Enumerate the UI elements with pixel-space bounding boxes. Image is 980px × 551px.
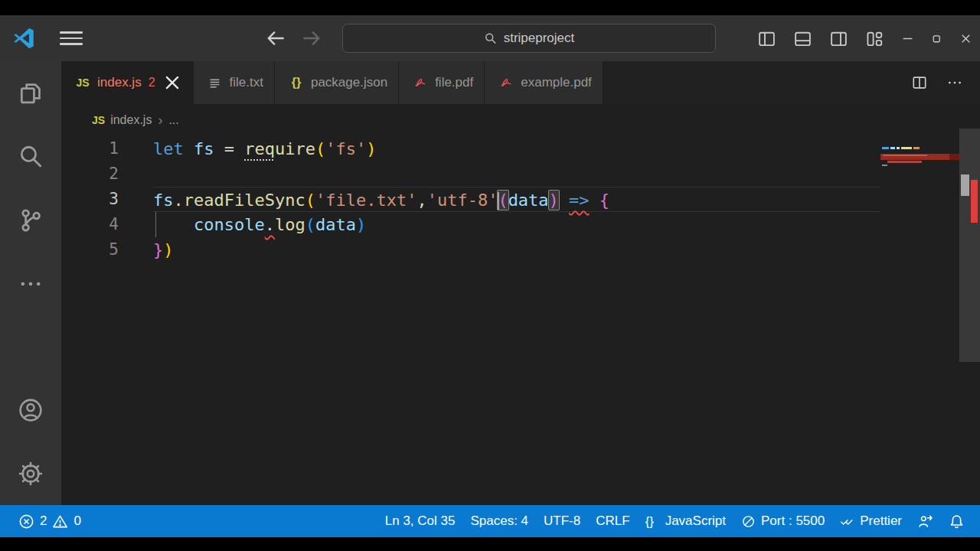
more-icon: [18, 271, 44, 297]
breadcrumb: JS index.js › ...: [61, 104, 980, 136]
code-token: .: [174, 191, 184, 210]
code-token: let: [153, 139, 194, 158]
code-token: console: [194, 215, 265, 234]
error-icon: [18, 514, 34, 530]
layout-controls: [757, 15, 884, 61]
code-content[interactable]: let fs = require('fs')fs.readFileSync('f…: [153, 136, 880, 262]
toggle-secondary-sidebar-icon[interactable]: [829, 29, 848, 48]
more-actions-icon[interactable]: [946, 74, 963, 91]
scrollbar-slider[interactable]: [959, 129, 980, 362]
status-item-notifications[interactable]: [941, 505, 972, 537]
problems-status[interactable]: 2 0: [11, 505, 89, 537]
code-token: [590, 191, 599, 210]
status-item-formatter[interactable]: Prettier: [832, 505, 910, 537]
breadcrumb-tail[interactable]: ...: [168, 113, 178, 127]
line-number: 3: [61, 187, 153, 212]
tab-example.pdf[interactable]: example.pdf: [485, 61, 603, 104]
menu-icon[interactable]: [60, 28, 83, 49]
code-token: log: [275, 215, 305, 234]
overview-ruler[interactable]: [959, 136, 980, 505]
code-token: data: [508, 191, 549, 210]
close-tab-icon[interactable]: [162, 73, 182, 93]
status-item-eol[interactable]: CRLF: [588, 505, 637, 537]
customize-layout-icon[interactable]: [865, 29, 884, 48]
toggle-panel-icon[interactable]: [793, 29, 812, 48]
warning-count: 0: [74, 514, 80, 529]
breadcrumb-separator: ›: [158, 112, 162, 129]
restore-button[interactable]: [922, 15, 951, 61]
code-token: 'utf-8': [427, 191, 498, 210]
source-control-icon: [18, 207, 44, 233]
status-item-language-mode[interactable]: {}JavaScript: [638, 505, 733, 537]
js-file-icon: JS: [75, 75, 90, 90]
editor[interactable]: 12345 let fs = require('fs')fs.readFileS…: [61, 136, 980, 505]
account-icon: [18, 397, 44, 423]
error-count: 2: [40, 514, 47, 529]
error-overview-mark: [971, 180, 978, 223]
code-line-4[interactable]: console.log(data): [153, 212, 880, 237]
line-number: 5: [61, 237, 153, 262]
activity-item-gear[interactable]: [0, 442, 61, 505]
breadcrumb-file[interactable]: JS index.js: [92, 113, 152, 127]
status-item-cursor-position[interactable]: Ln 3, Col 35: [377, 505, 463, 537]
minimize-button[interactable]: [893, 15, 922, 61]
split-editor-icon[interactable]: [911, 74, 928, 91]
pdf-file-icon: [413, 75, 428, 90]
braces-icon: {}: [645, 514, 660, 529]
status-bar: 2 0 Ln 3, Col 35Spaces: 4UTF-8CRLF{}Java…: [0, 505, 980, 537]
line-number: 1: [61, 136, 153, 161]
feedback-icon: [917, 514, 933, 530]
close-window-button[interactable]: [951, 15, 980, 61]
activity-item-files[interactable]: [0, 61, 61, 125]
activity-item-account[interactable]: [0, 378, 61, 442]
code-line-3[interactable]: fs.readFileSync('file.txt','utf-8'(data)…: [153, 187, 880, 212]
breadcrumb-file-label: index.js: [110, 113, 152, 127]
vscode-logo-icon: [12, 27, 35, 50]
bell-icon: [949, 514, 965, 530]
code-token: .: [265, 215, 275, 234]
code-token: [559, 191, 569, 210]
activity-bar: [0, 61, 61, 505]
activity-item-source-control[interactable]: [0, 188, 61, 252]
code-token: ): [163, 240, 173, 259]
status-item-label: Port : 5500: [761, 514, 825, 529]
window-controls: [893, 15, 980, 61]
status-item-indentation[interactable]: Spaces: 4: [462, 505, 536, 537]
search-text: stripeproject: [504, 31, 575, 46]
tab-file.txt[interactable]: file.txt: [194, 61, 275, 104]
code-line-5[interactable]: }): [153, 237, 880, 262]
minimap[interactable]: [880, 145, 959, 191]
status-item-label: Ln 3, Col 35: [385, 514, 456, 529]
code-line-2[interactable]: [153, 161, 880, 187]
tab-index.js[interactable]: JSindex.js2: [61, 61, 194, 104]
code-line-1[interactable]: let fs = require('fs'): [153, 136, 880, 161]
activity-item-more[interactable]: [0, 252, 61, 315]
code-token: data: [315, 215, 356, 234]
status-item-live-server-port[interactable]: Port : 5500: [733, 505, 832, 537]
tab-file.pdf[interactable]: file.pdf: [399, 61, 485, 104]
code-token: =>: [569, 191, 590, 210]
activity-bar-top: [0, 61, 61, 315]
back-arrow-icon[interactable]: [264, 28, 287, 49]
tab-label: index.js: [97, 75, 142, 90]
js-file-icon: JS: [92, 114, 105, 126]
status-item-encoding[interactable]: UTF-8: [536, 505, 588, 537]
title-bar: stripeproject: [0, 15, 980, 61]
vscode-window: stripeproject: [0, 15, 980, 537]
status-item-feedback[interactable]: [910, 505, 941, 537]
toggle-sidebar-icon[interactable]: [757, 29, 776, 48]
status-item-label: Prettier: [860, 514, 902, 529]
indent-guide: [155, 212, 156, 237]
search-input[interactable]: stripeproject: [342, 24, 716, 53]
code-token: =: [214, 139, 244, 158]
code-token: req: [244, 139, 275, 158]
tab-package.json[interactable]: {}package.json: [275, 61, 399, 104]
status-item-label: CRLF: [596, 514, 629, 529]
code-token: (: [305, 191, 315, 210]
tab-bar: JSindex.js2file.txt{}package.jsonfile.pd…: [61, 61, 980, 104]
code-token: ): [366, 139, 376, 158]
code-token: {: [599, 191, 609, 210]
activity-item-search[interactable]: [0, 125, 61, 188]
forward-arrow-icon[interactable]: [300, 28, 323, 49]
files-icon: [18, 80, 44, 106]
